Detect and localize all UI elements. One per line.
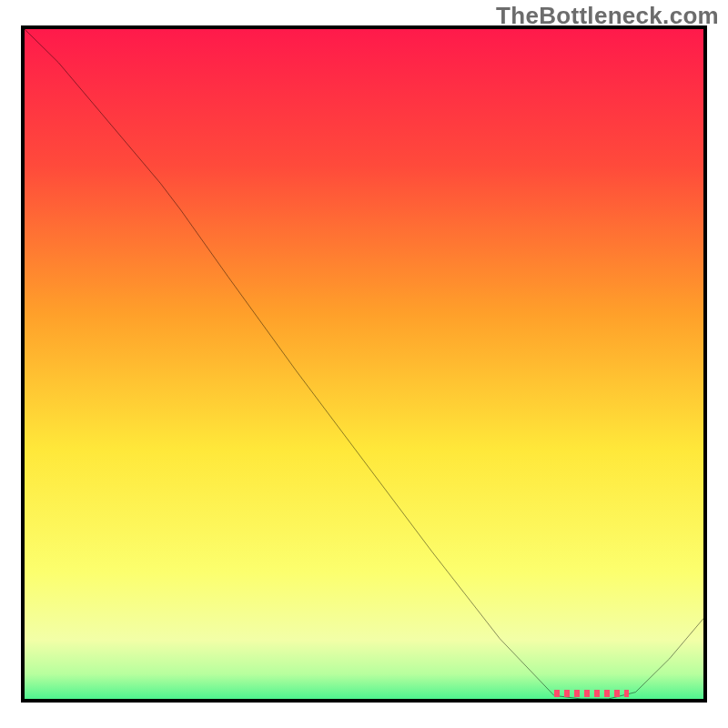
watermark-text: TheBottleneck.com [496,2,719,30]
minimum-marker [554,690,629,697]
chart-stage: TheBottleneck.com [0,0,728,728]
plot-frame [21,25,707,703]
curve-line [25,29,703,699]
